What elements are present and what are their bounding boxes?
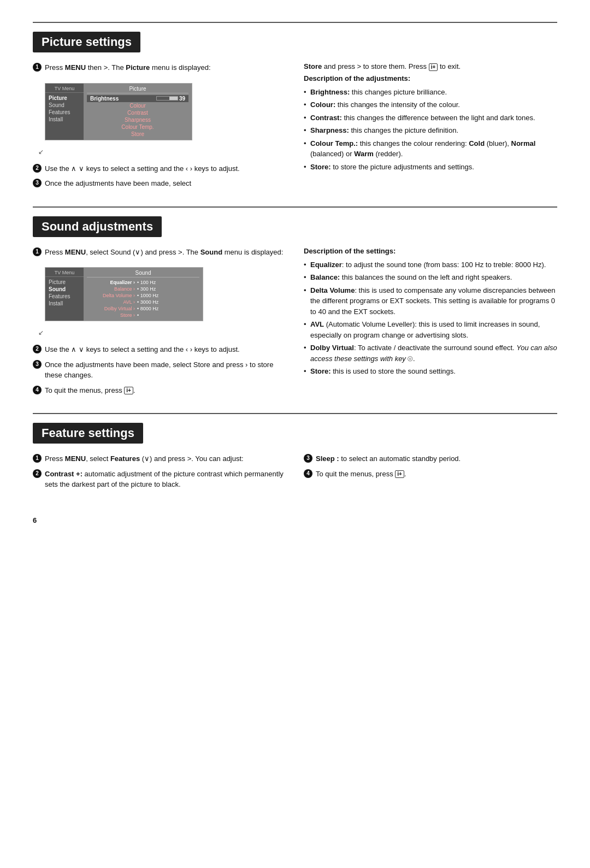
balance-label: Balance › — [88, 286, 137, 292]
colour-row: Colour — [87, 102, 188, 109]
page-number: 6 — [33, 516, 557, 524]
dolby-virtual-row: Dolby Virtual › • 8000 Hz — [87, 305, 199, 312]
step3-circle: 3 — [33, 179, 42, 187]
sound-menu-left-panel: TV Menu Picture Sound Features Install — [45, 268, 84, 321]
tv-menu-label: TV Menu — [45, 86, 84, 93]
desc-colour-temp: Colour Temp.: this changes the colour re… — [304, 137, 557, 161]
sound-adjustments-header: Sound adjustments — [33, 216, 162, 237]
feature-step1: 1 Press MENU, select Features (∨) and pr… — [33, 453, 286, 464]
sound-tv-menu-label: TV Menu — [45, 270, 84, 277]
desc-balance: Balance: this balances the sound on the … — [304, 271, 557, 284]
desc-contrast: Contrast: this changes the difference be… — [304, 111, 557, 125]
feature-step3-circle: 3 — [304, 454, 312, 463]
sound-menu-right-panel: Sound Equalizer › • 100 Hz Balance › • 3… — [84, 268, 203, 321]
avl-values: • 3000 Hz — [137, 299, 158, 305]
feature-step1-circle: 1 — [33, 454, 42, 463]
iplus-icon-sound-step4: i+ — [124, 387, 133, 394]
picture-step1: 1 Press MENU then >. The Picture menu is… — [33, 62, 286, 73]
desc-colour: Colour: this changes the intensity of th… — [304, 98, 557, 111]
desc-dolby-virtual: Dolby Virtual: To activate / deactivate … — [304, 341, 557, 365]
sound-menu-diagram: TV Menu Picture Sound Features Install S… — [33, 262, 203, 336]
desc-avl: AVL (Automatic Volume Leveller): this is… — [304, 318, 557, 341]
tv-menu-item-install: Install — [45, 116, 84, 123]
tv-menu-diagram-picture: TV Menu Picture Sound Features Install P… — [33, 78, 192, 156]
avl-row: AVL › • 3000 Hz — [87, 299, 199, 305]
picture-settings-left-col: 1 Press MENU then >. The Picture menu is… — [33, 62, 286, 193]
brightness-row: Brightness 39 — [87, 95, 188, 102]
feature-step4-circle: 4 — [304, 469, 312, 478]
picture-settings-right-col: Store and press > to store them. Press i… — [304, 62, 557, 193]
diagram-arrow-picture: ↙ — [38, 148, 192, 156]
feature-step4: 4 To quit the menus, press i+. — [304, 469, 557, 480]
sound-menu-item-install: Install — [45, 300, 84, 307]
sound-step4-text: To quit the menus, press i+. — [45, 385, 135, 396]
feature-step4-text: To quit the menus, press i+. — [316, 469, 406, 480]
sound-step1-circle: 1 — [33, 247, 42, 256]
feature-settings-header: Feature settings — [33, 423, 143, 444]
sound-store-label: Store › — [88, 312, 137, 318]
feature-settings-right-col: 3 Sleep : to select an automatic standby… — [304, 453, 557, 494]
sound-step1: 1 Press MENU, select Sound (∨) and press… — [33, 247, 286, 258]
sound-store-row: Store › • — [87, 312, 199, 318]
picture-menu-header: Picture — [87, 86, 188, 93]
iplus-icon-feature: i+ — [395, 470, 404, 478]
feature-step2-text: Contrast +: automatic adjustment of the … — [45, 469, 286, 490]
equalizer-values: • 100 Hz — [137, 280, 156, 285]
desc-sharpness: Sharpness: this changes the picture defi… — [304, 124, 557, 137]
colour-temp-row: Colour Temp. — [87, 123, 188, 131]
equalizer-row: Equalizer › • 100 Hz — [87, 279, 199, 286]
brightness-label: Brightness — [90, 96, 119, 102]
delta-volume-row: Delta Volume › • 1000 Hz — [87, 292, 199, 299]
feature-step3: 3 Sleep : to select an automatic standby… — [304, 453, 557, 464]
balance-row: Balance › • 300 Hz — [87, 286, 199, 292]
sound-step4: 4 To quit the menus, press i+. — [33, 385, 286, 396]
sound-menu-item-features: Features — [45, 293, 84, 300]
sound-step3-circle: 3 — [33, 360, 42, 369]
feature-step3-text: Sleep : to select an automatic standby p… — [316, 453, 461, 464]
equalizer-label: Equalizer › — [88, 280, 137, 285]
desc-store-sound: Store: this is used to store the sound s… — [304, 365, 557, 378]
tv-menu-item-sound: Sound — [45, 102, 84, 109]
sound-desc-header: Description of the settings: — [304, 247, 557, 255]
sound-menu: TV Menu Picture Sound Features Install S… — [45, 267, 203, 321]
feature-step2-circle: 2 — [33, 469, 42, 478]
dolby-virtual-label: Dolby Virtual › — [88, 306, 137, 311]
tv-menu-right-panel: Picture Brightness 39 Colour Contrast Sh… — [84, 84, 192, 140]
store-row-picture: Store — [87, 131, 188, 138]
picture-settings-section: Picture settings 1 Press MENU then >. Th… — [33, 22, 557, 193]
surround-icon: ⦾ — [408, 354, 413, 364]
sound-step2-circle: 2 — [33, 345, 42, 353]
feature-settings-section: Feature settings 1 Press MENU, select Fe… — [33, 413, 557, 494]
sound-adjustments-section: Sound adjustments 1 Press MENU, select S… — [33, 206, 557, 400]
sound-step2: 2 Use the ∧ ∨ keys to select a setting a… — [33, 344, 286, 355]
feature-settings-left-col: 1 Press MENU, select Features (∨) and pr… — [33, 453, 286, 494]
desc-equalizer: Equalizer: to adjust the sound tone (fro… — [304, 258, 557, 271]
delta-volume-label: Delta Volume › — [88, 293, 137, 298]
tv-menu-item-features: Features — [45, 109, 84, 116]
feature-step1-text: Press MENU, select Features (∨) and pres… — [45, 453, 244, 464]
sound-desc-list: Equalizer: to adjust the sound tone (fro… — [304, 258, 557, 378]
sound-step2-text: Use the ∧ ∨ keys to select a setting and… — [45, 344, 240, 355]
picture-step2: 2 Use the ∧ ∨ keys to select a setting a… — [33, 163, 286, 174]
sound-menu-item-picture: Picture — [45, 279, 84, 286]
sound-step3-text: Once the adjustments have been made, sel… — [45, 359, 286, 381]
desc-store-picture: Store: to store the picture adjustments … — [304, 161, 557, 174]
picture-step3: 3 Once the adjustments have been made, s… — [33, 178, 286, 189]
picture-step2-text: Use the ∧ ∨ keys to select a setting and… — [45, 163, 240, 174]
brightness-fill — [156, 96, 178, 101]
tv-menu-left-panel: TV Menu Picture Sound Features Install — [45, 84, 84, 140]
dolby-virtual-values: • 8000 Hz — [137, 306, 158, 311]
picture-step1-text: Press MENU then >. The Picture menu is d… — [45, 62, 211, 73]
picture-step3-text: Once the adjustments have been made, sel… — [45, 178, 191, 189]
picture-desc-header: Description of the adjustments: — [304, 74, 557, 82]
tv-menu-picture: TV Menu Picture Sound Features Install P… — [45, 83, 192, 140]
picture-desc-list: Brightness: this changes picture brillia… — [304, 86, 557, 174]
sound-step1-text: Press MENU, select Sound (∨) and press >… — [45, 247, 283, 258]
avl-label: AVL › — [88, 299, 137, 305]
desc-delta-volume: Delta Volume: this is used to compensate… — [304, 284, 557, 318]
sound-menu-header: Sound — [87, 270, 199, 277]
sound-menu-item-sound: Sound — [45, 286, 84, 293]
brightness-value: 39 — [179, 96, 185, 102]
sharpness-row: Sharpness — [87, 116, 188, 123]
feature-step2: 2 Contrast +: automatic adjustment of th… — [33, 469, 286, 490]
